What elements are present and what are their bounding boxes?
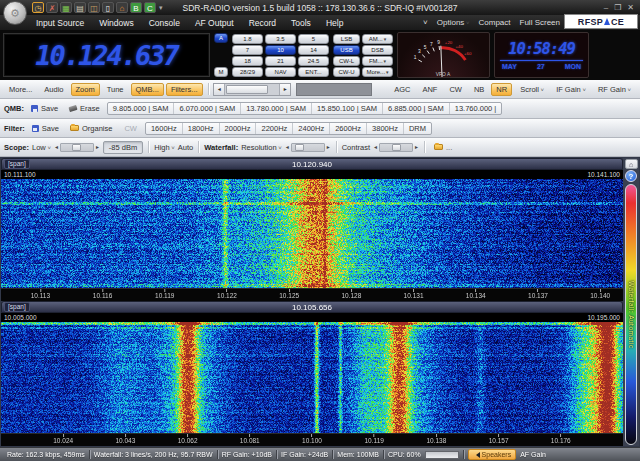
toolbar-filters[interactable]: Filters...	[166, 83, 203, 96]
qmb-memory-button[interactable]: 15.850.100 | SAM	[311, 103, 382, 114]
mode-button-cw-l[interactable]: CW-L	[333, 56, 360, 66]
band-button-18[interactable]: 18	[232, 56, 263, 66]
contacts-icon[interactable]: ◫	[88, 2, 100, 13]
mode-button-cw-u[interactable]: CW-U	[333, 67, 360, 77]
mode-button-dsb[interactable]: DSB	[362, 45, 393, 55]
qmb-erase-button[interactable]: Erase	[65, 103, 104, 114]
scope-level-slider[interactable]: ◄ ►	[54, 143, 100, 152]
slider-thumb[interactable]	[295, 144, 304, 151]
band-button-5[interactable]: 5	[298, 34, 329, 44]
slider-right-icon[interactable]: ►	[326, 144, 331, 150]
slider-right-icon[interactable]: ►	[414, 144, 419, 150]
band-button-7[interactable]: 7	[232, 45, 263, 55]
filter-cw-button[interactable]: CW	[119, 124, 142, 133]
slider-left-icon[interactable]: ◄	[285, 144, 290, 150]
band-button-21[interactable]: 21	[265, 56, 296, 66]
slider-left-icon[interactable]: ◄	[54, 144, 59, 150]
slider-thumb[interactable]	[72, 144, 81, 151]
waterfall-palette-tab[interactable]: Waterfall: Automatic	[625, 184, 637, 445]
quick-access-chevron-icon[interactable]: ▾	[159, 4, 163, 12]
menu-console[interactable]: Console	[149, 18, 180, 28]
band-button-10[interactable]: 10	[265, 45, 296, 55]
band-button-14[interactable]: 14	[298, 45, 329, 55]
slider-left-icon[interactable]: ◄	[373, 144, 378, 150]
scrollbar-thumb[interactable]	[226, 85, 268, 94]
toolbar-audio[interactable]: Audio	[39, 83, 68, 96]
menu-af-output[interactable]: AF Output	[195, 18, 234, 28]
home-icon[interactable]: ⌂	[625, 159, 638, 169]
scope-auto-button[interactable]: Auto	[178, 143, 193, 152]
tuning-scrollbar[interactable]: ◄ ►	[213, 83, 291, 96]
scroll-right-icon[interactable]: ►	[279, 84, 290, 95]
dsp-cw[interactable]: CW	[444, 83, 467, 96]
close-button[interactable]: ✕	[627, 3, 634, 12]
clock-icon[interactable]: ◷	[32, 2, 44, 13]
qmb-memory-button[interactable]: 13.760.000 |	[449, 103, 502, 114]
mode-button-more[interactable]: More...▾	[362, 67, 393, 77]
memory-button[interactable]: M	[214, 67, 228, 77]
qmb-memory-button[interactable]: 13.780.000 | SAM	[240, 103, 311, 114]
filter-save-button[interactable]: Save	[28, 123, 63, 134]
slider-track[interactable]	[379, 143, 413, 152]
mode-button-usb[interactable]: USB	[333, 45, 360, 55]
slider-track[interactable]	[291, 143, 325, 152]
frequency-display[interactable]: 10.124.637	[3, 33, 210, 77]
band-button-ent[interactable]: ENT...	[298, 67, 329, 77]
menu-input-source[interactable]: Input Source	[36, 18, 84, 28]
calendar-icon[interactable]: ▤	[74, 2, 86, 13]
menu-tools[interactable]: Tools	[291, 18, 311, 28]
waterfall-2-display[interactable]	[1, 322, 623, 433]
filter-preset-drm[interactable]: DRM	[403, 123, 431, 134]
filter-preset-2600hz[interactable]: 2600Hz	[329, 123, 366, 134]
minimize-button[interactable]: –	[604, 3, 608, 12]
scope-low-dropdown[interactable]: Low	[32, 143, 51, 152]
scope-level-value[interactable]: -85 dBm	[103, 141, 143, 154]
tools-icon[interactable]: ✗	[46, 2, 58, 13]
compact-button[interactable]: Compact	[479, 18, 511, 27]
span-chip[interactable]: [span]	[4, 159, 30, 169]
filter-preset-2400hz[interactable]: 2400Hz	[292, 123, 329, 134]
mode-button-lsb[interactable]: LSB	[333, 34, 360, 44]
dsp-agc[interactable]: AGC	[389, 83, 415, 96]
ribbon-chevron-icon[interactable]: ˅	[423, 18, 428, 27]
span-chip[interactable]: [span]	[4, 302, 30, 312]
waterfall-contrast-slider[interactable]: ◄ ►	[373, 143, 419, 152]
dsp-nr[interactable]: NR	[491, 83, 512, 96]
waterfall-resolution-slider[interactable]: ◄ ►	[285, 143, 331, 152]
toolbar-rf-gain-dropdown[interactable]: RF Gain	[593, 83, 636, 96]
qmb-memory-button[interactable]: 6.885.000 | SAM	[382, 103, 449, 114]
vfo-a-button[interactable]: A	[214, 33, 228, 43]
band-button-1-8[interactable]: 1.8	[232, 34, 263, 44]
toolbar-scroll-dropdown[interactable]: Scroll	[515, 83, 549, 96]
mode-button-am[interactable]: AM...▾	[362, 34, 393, 44]
speakers-button[interactable]: Speakers	[468, 449, 517, 460]
qmb-memory-button[interactable]: 6.070.000 | SAM	[173, 103, 240, 114]
slider-right-icon[interactable]: ►	[95, 144, 100, 150]
scrollbar-track[interactable]	[225, 84, 279, 95]
af-gain-label[interactable]: AF Gain	[520, 451, 546, 458]
home-icon[interactable]: ⌂	[116, 2, 128, 13]
filter-preset-2000hz[interactable]: 2000Hz	[219, 123, 256, 134]
menu-help[interactable]: Help	[326, 18, 343, 28]
help-icon[interactable]: ?	[625, 170, 637, 182]
document-icon[interactable]: ▯	[102, 2, 114, 13]
filter-preset-1600hz[interactable]: 1600Hz	[146, 123, 182, 134]
filter-organise-button[interactable]: Organise	[66, 123, 116, 134]
c-icon[interactable]: C	[144, 2, 156, 13]
band-button-3-5[interactable]: 3.5	[265, 34, 296, 44]
mode-button-fm[interactable]: FM...▾	[362, 56, 393, 66]
menu-windows[interactable]: Windows	[99, 18, 133, 28]
qmb-memory-button[interactable]: 9.805.000 | SAM	[108, 103, 174, 114]
dsp-anf[interactable]: ANF	[417, 83, 442, 96]
toolbar-tune[interactable]: Tune	[102, 83, 129, 96]
dsp-nb[interactable]: NB	[469, 83, 489, 96]
waterfall-resolution-dropdown[interactable]: Resolution	[241, 143, 282, 152]
menu-record[interactable]: Record	[249, 18, 276, 28]
band-button-24-5[interactable]: 24.5	[298, 56, 329, 66]
toolbar-if-gain-dropdown[interactable]: IF Gain	[551, 83, 591, 96]
slider-track[interactable]	[60, 143, 94, 152]
fullscreen-button[interactable]: Full Screen	[520, 18, 560, 27]
toolbar-zoom[interactable]: Zoom	[71, 83, 100, 96]
waterfall-options-button[interactable]: ...	[430, 142, 456, 153]
scroll-left-icon[interactable]: ◄	[214, 84, 225, 95]
